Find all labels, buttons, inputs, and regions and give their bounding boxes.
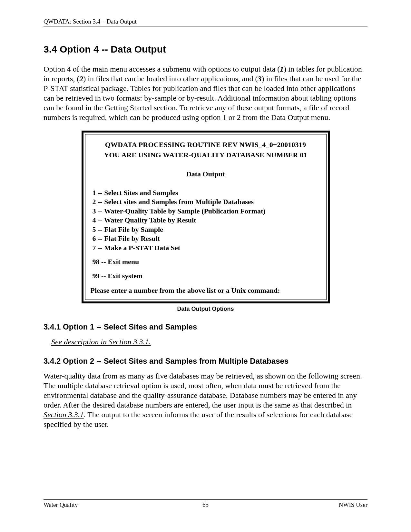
bold-2: 2 — [79, 74, 83, 83]
menu-header-line1: QWDATA PROCESSING ROUTINE REV NWIS_4_0+2… — [91, 140, 321, 149]
bold-1: 1 — [280, 65, 284, 73]
page-number: 65 — [44, 501, 367, 509]
menu-item: 6 -- Flat File by Result — [93, 234, 321, 243]
menu-item: 1 -- Select Sites and Samples — [93, 188, 321, 197]
menu-item: 5 -- Flat File by Sample — [93, 225, 321, 234]
sub2-text: . The output to the screen informs the u… — [44, 410, 353, 429]
figure-caption: Data Output Options — [44, 305, 367, 313]
intro-paragraph: Option 4 of the main menu accesses a sub… — [44, 64, 367, 122]
menu-header-line2: YOU ARE USING WATER-QUALITY DATABASE NUM… — [91, 151, 321, 160]
menu-box: QWDATA PROCESSING ROUTINE REV NWIS_4_0+2… — [82, 131, 330, 303]
intro-text: ) in files that can be loaded into other… — [83, 74, 258, 83]
sub2-text: Water-quality data from as many as five … — [44, 372, 362, 409]
page-footer: Water Quality 65 NWIS User — [44, 499, 367, 509]
subsection-title-2: 3.4.2 Option 2 -- Select Sites and Sampl… — [44, 356, 367, 366]
menu-item: 4 -- Water Quality Table by Result — [93, 216, 321, 225]
cross-reference-link[interactable]: Section 3.3.1 — [44, 410, 84, 419]
menu-title: Data Output — [91, 170, 321, 179]
subsection-title-1: 3.4.1 Option 1 -- Select Sites and Sampl… — [44, 322, 367, 332]
menu-item: 7 -- Make a P-STAT Data Set — [93, 243, 321, 252]
running-head: QWDATA: Section 3.4 – Data Output — [44, 18, 367, 26]
bold-3: 3 — [258, 74, 261, 83]
menu-item: 2 -- Select sites and Samples from Multi… — [93, 197, 321, 206]
menu-item-99: 99 -- Exit system — [93, 271, 321, 281]
menu-item: 3 -- Water-Quality Table by Sample (Publ… — [93, 207, 321, 216]
intro-text: Option 4 of the main menu accesses a sub… — [44, 65, 280, 73]
menu-item-98: 98 -- Exit menu — [93, 257, 321, 266]
see-description-link[interactable]: See description in Section 3.3.1. — [51, 337, 367, 347]
menu-items: 1 -- Select Sites and Samples 2 -- Selec… — [93, 188, 321, 281]
section-title: 3.4 Option 4 -- Data Output — [44, 43, 367, 55]
menu-prompt: Please enter a number from the above lis… — [91, 286, 321, 295]
sub2-paragraph: Water-quality data from as many as five … — [44, 371, 367, 429]
